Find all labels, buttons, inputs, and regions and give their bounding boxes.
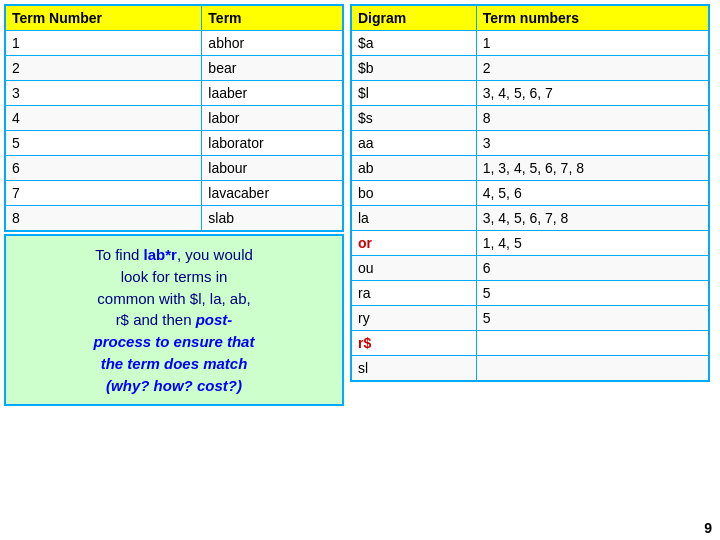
table-row: $l3, 4, 5, 6, 7 [351, 81, 709, 106]
term-numbers-cell: 8 [476, 106, 709, 131]
digram-cell: ra [351, 281, 476, 306]
table-row: ry5 [351, 306, 709, 331]
digram-cell: $l [351, 81, 476, 106]
left-section: Term Number Term 1abhor2bear3laaber4labo… [4, 4, 344, 536]
term-numbers-cell: 3, 4, 5, 6, 7, 8 [476, 206, 709, 231]
table-row: ou6 [351, 256, 709, 281]
table-row: 1abhor [5, 31, 343, 56]
term-number-cell: 4 [5, 106, 202, 131]
table-row: 7lavacaber [5, 181, 343, 206]
table-row: ab1, 3, 4, 5, 6, 7, 8 [351, 156, 709, 181]
term-numbers-cell: 3, 4, 5, 6, 7 [476, 81, 709, 106]
table-row: 8slab [5, 206, 343, 232]
digram-cell: sl [351, 356, 476, 382]
table-row: la3, 4, 5, 6, 7, 8 [351, 206, 709, 231]
term-number-cell: 7 [5, 181, 202, 206]
term-numbers-cell [476, 331, 709, 356]
table-row: sl [351, 356, 709, 382]
digram-cell: ry [351, 306, 476, 331]
term-numbers-cell: 2 [476, 56, 709, 81]
main-container: Term Number Term 1abhor2bear3laaber4labo… [0, 0, 720, 540]
term-cell: laaber [202, 81, 343, 106]
term-number-cell: 3 [5, 81, 202, 106]
term-number-cell: 1 [5, 31, 202, 56]
page-number: 9 [704, 520, 712, 536]
table-row: 5laborator [5, 131, 343, 156]
table-row: or1, 4, 5 [351, 231, 709, 256]
term-number-cell: 8 [5, 206, 202, 232]
table-row: $s8 [351, 106, 709, 131]
digram-cell: bo [351, 181, 476, 206]
right-header-digram: Digram [351, 5, 476, 31]
left-header-number: Term Number [5, 5, 202, 31]
table-row: 3laaber [5, 81, 343, 106]
digram-cell: $a [351, 31, 476, 56]
digram-cell: la [351, 206, 476, 231]
left-header-term: Term [202, 5, 343, 31]
term-numbers-cell: 5 [476, 281, 709, 306]
term-numbers-cell: 4, 5, 6 [476, 181, 709, 206]
table-row: $b2 [351, 56, 709, 81]
term-number-cell: 5 [5, 131, 202, 156]
table-row: 6labour [5, 156, 343, 181]
digram-cell: aa [351, 131, 476, 156]
right-table: Digram Term numbers $a1$b2$l3, 4, 5, 6, … [350, 4, 710, 382]
term-cell: laborator [202, 131, 343, 156]
term-number-cell: 6 [5, 156, 202, 181]
digram-cell: r$ [351, 331, 476, 356]
term-cell: lavacaber [202, 181, 343, 206]
description-textbox: To find lab*r, you would look for terms … [4, 234, 344, 406]
term-numbers-cell: 1, 4, 5 [476, 231, 709, 256]
table-row: aa3 [351, 131, 709, 156]
digram-cell: ou [351, 256, 476, 281]
term-cell: abhor [202, 31, 343, 56]
highlight-lab: lab*r [144, 246, 177, 263]
left-table: Term Number Term 1abhor2bear3laaber4labo… [4, 4, 344, 232]
term-numbers-cell: 5 [476, 306, 709, 331]
term-numbers-cell [476, 356, 709, 382]
table-row: bo4, 5, 6 [351, 181, 709, 206]
right-section: Digram Term numbers $a1$b2$l3, 4, 5, 6, … [350, 4, 710, 536]
term-numbers-cell: 1, 3, 4, 5, 6, 7, 8 [476, 156, 709, 181]
digram-cell: $s [351, 106, 476, 131]
table-row: ra5 [351, 281, 709, 306]
term-numbers-cell: 6 [476, 256, 709, 281]
digram-cell: ab [351, 156, 476, 181]
term-cell: bear [202, 56, 343, 81]
right-header-terms: Term numbers [476, 5, 709, 31]
table-row: 4labor [5, 106, 343, 131]
term-numbers-cell: 1 [476, 31, 709, 56]
term-cell: labour [202, 156, 343, 181]
term-cell: labor [202, 106, 343, 131]
table-row: r$ [351, 331, 709, 356]
term-number-cell: 2 [5, 56, 202, 81]
table-row: 2bear [5, 56, 343, 81]
digram-cell: or [351, 231, 476, 256]
term-numbers-cell: 3 [476, 131, 709, 156]
table-row: $a1 [351, 31, 709, 56]
term-cell: slab [202, 206, 343, 232]
highlight-post: post- process to ensure that the term do… [94, 311, 255, 393]
digram-cell: $b [351, 56, 476, 81]
